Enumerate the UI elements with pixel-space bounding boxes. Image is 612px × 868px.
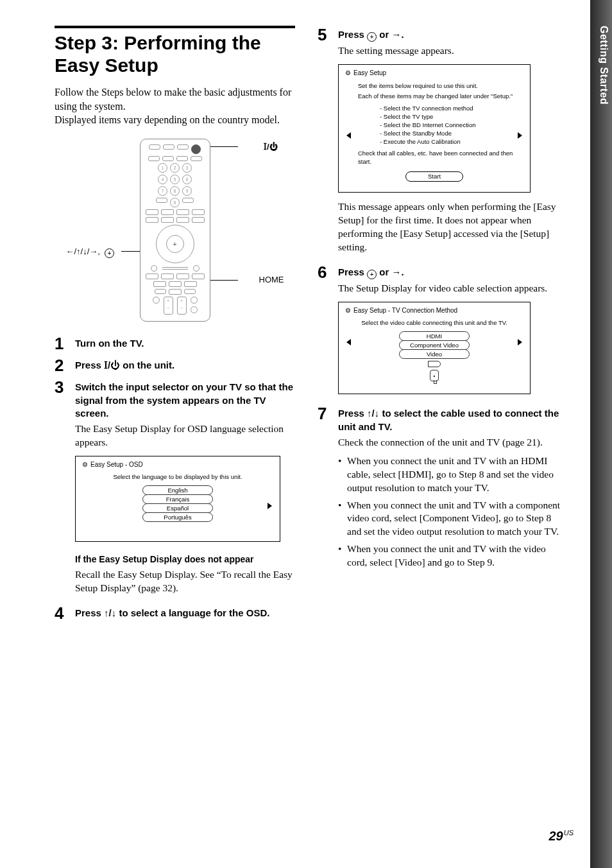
step-3: 3 Switch the input selector on your TV s…	[55, 378, 295, 600]
step-2-title: Press Ⅰ/⏻ on the unit.	[75, 359, 295, 372]
step-1-title: Turn on the TV.	[75, 337, 295, 350]
remote-diagram: Ⅰ/⏻ ←/↑/↓/→, + HOME 123	[72, 139, 278, 322]
t: Press	[338, 29, 367, 40]
es-line1: Set the items below required to use this…	[352, 82, 517, 91]
page-num-val: 29	[548, 829, 563, 843]
right-arrow-icon	[268, 503, 272, 509]
es-item: - Select the Standby Mode	[380, 130, 489, 138]
osd-header-text: Easy Setup - OSD	[90, 460, 143, 469]
step-6: 6 Press + or →. The Setup Display for vi…	[318, 263, 568, 401]
step-num: 4	[55, 604, 75, 622]
step-7-title: Press ↑/↓ to select the cable used to co…	[338, 407, 568, 433]
step-3-body: The Easy Setup Display for OSD language …	[75, 422, 295, 449]
tvconn-header-text: Easy Setup - TV Connection Method	[353, 306, 457, 315]
plug-icon	[428, 361, 441, 367]
step-num: 2	[55, 356, 75, 374]
step-6-title: Press + or →.	[338, 266, 568, 279]
osd-opt: Français	[142, 494, 213, 504]
osd-opt: Español	[142, 503, 213, 513]
es-item: - Select the TV type	[380, 113, 489, 121]
step-7-bullets: When you connect the unit and TV with an…	[338, 455, 568, 569]
left-arrow-icon	[346, 132, 351, 139]
title-rule	[55, 26, 295, 28]
es-item: - Select the BD Internet Connection	[380, 121, 489, 130]
step-5-note: This message appears only when performin…	[338, 200, 568, 254]
side-tab-label: Getting Started	[598, 26, 609, 105]
es-header-text: Easy Setup	[353, 69, 386, 78]
t: or →.	[379, 266, 404, 277]
es-start-button: Start	[405, 171, 463, 182]
left-column: Step 3: Performing the Easy Setup Follow…	[45, 26, 311, 842]
page-number: 29US	[548, 829, 574, 844]
page-num-sup: US	[564, 829, 574, 837]
es-items: - Select the TV connection method - Sele…	[380, 105, 489, 146]
side-tab: Getting Started	[590, 0, 612, 868]
tvconn-header: ⚙ Easy Setup - TV Connection Method	[339, 302, 530, 317]
page: Step 3: Performing the Easy Setup Follow…	[0, 0, 612, 868]
tools-icon: ⚙	[82, 460, 88, 469]
tools-icon: ⚙	[345, 69, 351, 78]
tvconn-instr: Select the video cable connecting this u…	[352, 319, 517, 327]
step-6-body: The Setup Display for video cable select…	[338, 282, 568, 295]
socket-icon: •	[430, 370, 439, 381]
right-arrow-icon	[518, 339, 522, 345]
step-4: 4 Press ↑/↓ to select a language for the…	[55, 604, 295, 622]
step-4-title: Press ↑/↓ to select a language for the O…	[75, 607, 295, 620]
callout-nav: ←/↑/↓/→, +	[66, 247, 115, 258]
step-num: 7	[318, 404, 338, 573]
osd-opt: English	[142, 485, 213, 495]
remote-body: 123 456 789 0 + +− +−	[140, 139, 210, 322]
plus-icon: +	[367, 270, 377, 279]
tvconn-ui-box: ⚙ Easy Setup - TV Connection Method Sele…	[338, 302, 531, 395]
callout-power: Ⅰ/⏻	[264, 142, 278, 152]
step-7-body: Check the connection of the unit and TV …	[338, 436, 568, 449]
intro-text: Follow the Steps below to make the basic…	[55, 85, 295, 127]
osd-instr: Select the language to be displayed by t…	[89, 473, 267, 482]
osd-opt: Português	[142, 512, 213, 522]
bullet: When you connect the unit and TV with th…	[338, 542, 568, 569]
plus-icon: +	[105, 248, 114, 258]
t: or →.	[379, 29, 404, 40]
es-header: ⚙ Easy Setup	[339, 65, 530, 80]
no-appear-body: Recall the Easy Setup Display. See “To r…	[75, 568, 295, 595]
bullet: When you connect the unit and TV with a …	[338, 499, 568, 539]
plus-icon: +	[367, 32, 377, 42]
osd-ui-box: ⚙ Easy Setup - OSD Select the language t…	[75, 456, 280, 542]
right-column: 5 Press + or →. The setting message appe…	[311, 26, 577, 842]
osd-header: ⚙ Easy Setup - OSD	[76, 456, 280, 471]
right-arrow-icon	[518, 132, 522, 139]
tvconn-opt: HDMI	[399, 331, 470, 341]
left-arrow-icon	[346, 339, 351, 345]
step-num: 5	[318, 26, 338, 259]
bullet: When you connect the unit and TV with an…	[338, 455, 568, 495]
no-appear-heading: If the Easy Setup Display does not appea…	[75, 553, 295, 566]
content-area: Step 3: Performing the Easy Setup Follow…	[0, 0, 590, 868]
es-line2: Each of these items may be changed later…	[352, 92, 517, 101]
step-7: 7 Press ↑/↓ to select the cable used to …	[318, 404, 568, 573]
step-5-body: The setting message appears.	[338, 44, 568, 58]
tools-icon: ⚙	[345, 306, 351, 315]
easysetup-ui-box: ⚙ Easy Setup Set the items below require…	[338, 64, 531, 193]
step-num: 3	[55, 378, 75, 600]
es-item: - Execute the Auto Calibration	[380, 138, 489, 146]
es-item: - Select the TV connection method	[380, 105, 489, 113]
t: Press	[338, 266, 367, 277]
step-1: 1 Turn on the TV.	[55, 334, 295, 352]
tvconn-opt: Component Video	[399, 340, 470, 350]
t: Press	[75, 360, 104, 370]
step-num: 1	[55, 334, 75, 352]
t: on the unit.	[120, 360, 174, 370]
callout-home: HOME	[259, 275, 284, 284]
step-2: 2 Press Ⅰ/⏻ on the unit.	[55, 356, 295, 374]
step-5-title: Press + or →.	[338, 28, 568, 42]
page-title: Step 3: Performing the Easy Setup	[55, 32, 295, 76]
step-3-title: Switch the input selector on your TV so …	[75, 381, 295, 420]
es-check: Check that all cables, etc. have been co…	[352, 150, 517, 166]
tvconn-opt: Video	[399, 349, 470, 359]
step-5: 5 Press + or →. The setting message appe…	[318, 26, 568, 259]
step-num: 6	[318, 263, 338, 401]
